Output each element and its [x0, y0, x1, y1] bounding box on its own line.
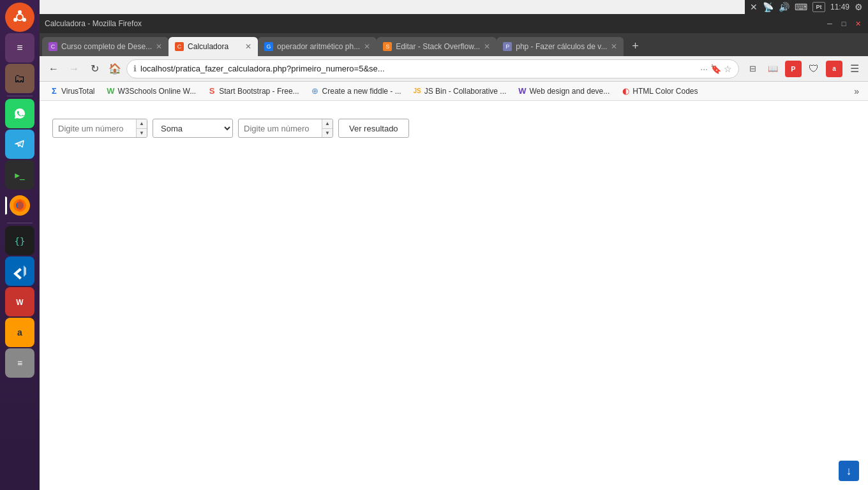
tab-close-5[interactable]: ✕ — [611, 42, 617, 51]
tab-calculadora[interactable]: C Calculadora ✕ — [168, 37, 258, 56]
bookmark-label: VirusTotal — [61, 87, 94, 96]
bookmark-label: HTML Color Codes — [632, 87, 698, 96]
spinner-2: ▲ ▼ — [322, 119, 333, 137]
taskbar-stack[interactable]: ≡ — [5, 348, 34, 378]
settings-gear-icon[interactable]: ⚙ — [855, 2, 863, 12]
new-tab-button[interactable]: + — [626, 37, 644, 55]
svg-text:{}: {} — [15, 236, 26, 246]
close-window-button[interactable]: ✕ — [853, 19, 863, 29]
tab-title-5: php - Fazer cálculos de v... — [516, 42, 607, 51]
download-button[interactable]: ↓ — [839, 461, 859, 481]
bookmark-star-icon[interactable]: ☆ — [724, 64, 732, 74]
navigation-bar: ← → ↻ 🏠 ℹ localhost/pratica_fazer_calcul… — [40, 56, 868, 82]
pocket-icon[interactable]: 🔖 — [710, 64, 721, 74]
spinner-1: ▲ ▼ — [136, 119, 147, 137]
taskbar: ≡ 🗂 ▶_ {} — [0, 0, 40, 490]
taskbar-terminal[interactable]: ▶_ — [5, 160, 34, 189]
tab-bar: C Curso completo de Dese... ✕ C Calculad… — [40, 33, 868, 56]
bootstrap-icon: S — [207, 87, 216, 96]
bookmark-label: Web design and deve... — [529, 87, 610, 96]
tracking-protection-icon[interactable]: 🛡 — [805, 61, 822, 77]
menu-button[interactable]: ☰ — [846, 61, 863, 77]
window-title: Calculadora - Mozilla Firefox — [45, 19, 142, 28]
url-text: localhost/pratica_fazer_calculadora.php?… — [140, 64, 696, 73]
forward-button[interactable]: → — [65, 60, 83, 78]
bookmark-w3schools[interactable]: W W3Schools Online W... — [101, 85, 201, 98]
bookmarks-more-button[interactable]: » — [850, 85, 863, 98]
reload-button[interactable]: ↻ — [86, 60, 103, 78]
ver-resultado-button[interactable]: Ver resultado — [338, 119, 409, 138]
taskbar-ubuntu[interactable] — [5, 3, 34, 32]
tab-close-3[interactable]: ✕ — [364, 42, 370, 51]
network-icon[interactable]: 📡 — [763, 2, 774, 12]
spin-up-1[interactable]: ▲ — [137, 119, 147, 129]
bookmark-jsfiddle[interactable]: ⊕ Create a new fiddle - ... — [306, 85, 407, 98]
spin-down-2[interactable]: ▼ — [322, 129, 333, 138]
svg-text:a: a — [17, 327, 22, 338]
number-input-2[interactable] — [239, 119, 322, 137]
pocket-save-icon[interactable]: P — [785, 61, 802, 77]
keyboard-icon[interactable]: ⌨ — [795, 2, 807, 12]
bookmark-label: W3Schools Online W... — [117, 87, 196, 96]
bookmark-label: Create a new fiddle - ... — [322, 87, 401, 96]
bookmark-jsbin[interactable]: JS JS Bin - Collaborative ... — [408, 85, 512, 98]
bookmark-label: Start Bootstrap - Free... — [219, 87, 299, 96]
maximize-button[interactable]: □ — [839, 19, 849, 29]
bookmark-htmlcolors[interactable]: ◐ HTML Color Codes — [616, 85, 703, 98]
tab-title-1: Curso completo de Dese... — [61, 42, 152, 51]
url-bar[interactable]: ℹ localhost/pratica_fazer_calculadora.ph… — [126, 59, 739, 78]
virustotal-icon: Σ — [50, 87, 59, 96]
tab-title-4: Editar - Stack Overflow... — [396, 42, 480, 51]
more-options-icon[interactable]: ··· — [700, 64, 708, 74]
home-button[interactable]: 🏠 — [106, 60, 124, 78]
spin-down-1[interactable]: ▼ — [137, 129, 147, 138]
taskbar-brackets[interactable]: {} — [5, 226, 34, 255]
synced-tabs-icon[interactable]: ⊟ — [744, 61, 761, 77]
tab-operador[interactable]: G operador aritmético ph... ✕ — [258, 37, 377, 56]
tab-favicon-1: C — [49, 42, 57, 51]
taskbar-telegram[interactable] — [5, 130, 34, 159]
w3schools-icon: W — [106, 87, 115, 96]
taskbar-vscode[interactable] — [5, 256, 34, 286]
browser-area: Calculadora - Mozilla Firefox ─ □ ✕ C Cu… — [40, 0, 868, 490]
number-input-1[interactable] — [53, 119, 136, 137]
back-button[interactable]: ← — [45, 60, 63, 78]
taskbar-app1[interactable]: ≡ — [5, 33, 34, 63]
divider — [7, 96, 33, 96]
pt-badge[interactable]: Pt — [812, 2, 825, 12]
tab-stackoverflow[interactable]: S Editar - Stack Overflow... ✕ — [377, 37, 497, 56]
tab-close-2[interactable]: ✕ — [245, 42, 251, 51]
tab-favicon-2: C — [175, 42, 184, 51]
bookmark-label: JS Bin - Collaborative ... — [424, 87, 507, 96]
nav-extras: ⊟ 📖 P 🛡 a ☰ — [744, 61, 863, 77]
taskbar-firefox[interactable] — [5, 191, 34, 220]
tab-favicon-3: G — [264, 42, 273, 51]
tab-curso[interactable]: C Curso completo de Dese... ✕ — [42, 37, 168, 56]
page-content: ▲ ▼ SomaSubtraçãoMultiplicaçãoDivisão ▲ … — [40, 101, 868, 490]
tab-close-1[interactable]: ✕ — [156, 42, 162, 51]
minimize-button[interactable]: ─ — [825, 19, 835, 29]
taskbar-whatsapp[interactable] — [5, 99, 34, 128]
close-icon[interactable]: ✕ — [750, 2, 758, 12]
system-tray: ✕ 📡 🔊 ⌨ Pt 11:49 ⚙ — [745, 0, 868, 14]
taskbar-files[interactable]: 🗂 — [5, 64, 34, 93]
avast-icon[interactable]: a — [826, 61, 842, 77]
window-controls: ─ □ ✕ — [825, 19, 863, 29]
operation-select[interactable]: SomaSubtraçãoMultiplicaçãoDivisão — [153, 119, 233, 138]
taskbar-wps[interactable]: W — [5, 287, 34, 316]
tab-close-4[interactable]: ✕ — [484, 42, 490, 51]
webdesign-icon: W — [518, 87, 527, 96]
reading-mode-icon[interactable]: 📖 — [765, 61, 781, 77]
jsbin-icon: JS — [413, 87, 422, 96]
tab-php[interactable]: P php - Fazer cálculos de v... ✕ — [497, 37, 624, 56]
bookmark-webdesign[interactable]: W Web design and deve... — [513, 85, 615, 98]
svg-text:W: W — [16, 298, 24, 307]
bookmark-virustotal[interactable]: Σ VirusTotal — [45, 85, 100, 98]
taskbar-amazon[interactable]: a — [5, 318, 34, 347]
volume-icon[interactable]: 🔊 — [779, 2, 789, 12]
spin-up-2[interactable]: ▲ — [322, 119, 333, 129]
bookmark-bootstrap[interactable]: S Start Bootstrap - Free... — [202, 85, 304, 98]
title-bar: Calculadora - Mozilla Firefox ─ □ ✕ — [40, 14, 868, 33]
url-actions: ··· 🔖 ☆ — [700, 64, 732, 74]
htmlcolors-icon: ◐ — [621, 87, 630, 96]
